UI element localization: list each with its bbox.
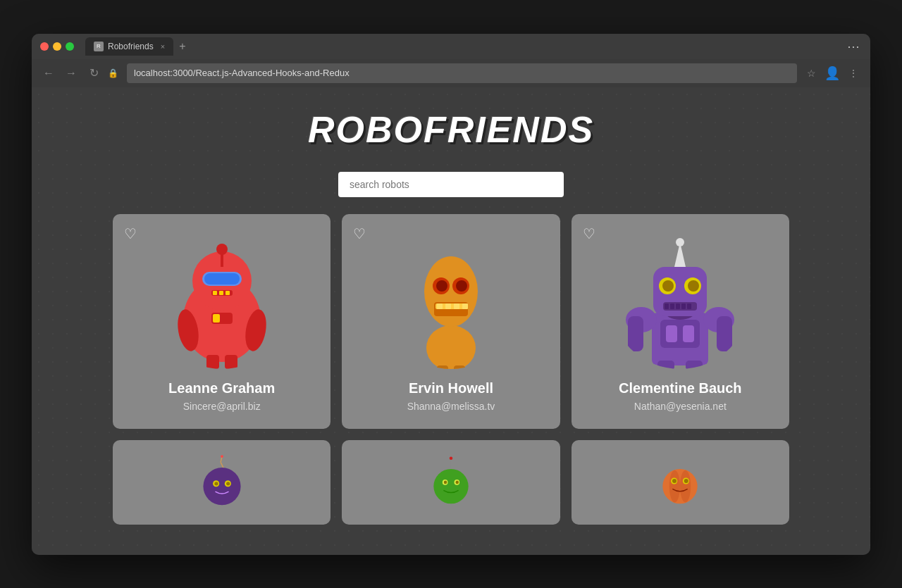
svg-point-42: [662, 280, 674, 292]
svg-rect-51: [666, 325, 677, 342]
svg-rect-34: [628, 316, 643, 351]
svg-point-72: [680, 470, 691, 502]
svg-rect-5: [204, 273, 240, 284]
robot-card-5[interactable]: [342, 440, 560, 525]
robots-grid: ♡: [113, 214, 789, 525]
svg-rect-54: [686, 361, 703, 369]
svg-point-17: [426, 325, 476, 369]
browser-titlebar: R Robofriends × + ⋯: [32, 34, 870, 59]
tab-bar: R Robofriends × +: [85, 37, 839, 56]
browser-tab[interactable]: R Robofriends ×: [85, 37, 173, 56]
svg-rect-47: [676, 304, 680, 309]
browser-menu-icon[interactable]: ⋯: [845, 38, 862, 55]
robot-avatar-4: [152, 454, 292, 508]
forward-button[interactable]: →: [63, 65, 80, 82]
minimize-button[interactable]: [53, 42, 61, 51]
robot-avatar-6: [610, 454, 750, 508]
svg-point-65: [433, 468, 468, 503]
svg-point-71: [669, 470, 680, 502]
menu-dots-icon[interactable]: ⋮: [845, 65, 862, 82]
svg-rect-13: [225, 355, 237, 369]
svg-point-43: [688, 280, 699, 292]
back-button[interactable]: ←: [40, 65, 57, 82]
refresh-button[interactable]: ↻: [85, 65, 102, 82]
heart-icon-3[interactable]: ♡: [583, 225, 595, 242]
svg-line-56: [221, 462, 223, 468]
svg-point-69: [455, 480, 459, 484]
svg-rect-46: [670, 304, 674, 309]
svg-point-39: [676, 238, 684, 246]
robot-avatar-2: [381, 228, 521, 369]
svg-point-58: [203, 468, 240, 505]
search-input[interactable]: [338, 172, 564, 197]
browser-toolbar: ← → ↻ 🔒 ☆ 👤 ⋮: [32, 59, 870, 87]
new-tab-button[interactable]: +: [173, 39, 191, 54]
robot-svg-1: [152, 228, 292, 369]
tab-favicon: R: [94, 42, 104, 51]
heart-icon-2[interactable]: ♡: [353, 225, 366, 242]
heart-icon-1[interactable]: ♡: [124, 225, 137, 242]
profile-icon[interactable]: 👤: [824, 65, 841, 82]
svg-point-57: [221, 455, 223, 458]
svg-point-76: [684, 478, 688, 482]
traffic-lights: [40, 42, 74, 51]
search-container: [338, 172, 564, 197]
robot-name-1: Leanne Graham: [168, 380, 275, 396]
svg-rect-35: [717, 316, 732, 351]
svg-rect-7: [213, 291, 217, 295]
robot-avatar-5: [381, 454, 521, 508]
close-button[interactable]: [40, 42, 49, 51]
toolbar-right: ☆ 👤 ⋮: [803, 65, 862, 82]
robot-name-2: Ervin Howell: [409, 380, 493, 396]
svg-rect-8: [219, 291, 223, 295]
robot-card-3[interactable]: ♡: [572, 214, 789, 429]
robot-email-2: Shanna@melissa.tv: [407, 401, 495, 412]
svg-point-62: [226, 482, 230, 485]
robot-card-1[interactable]: ♡: [113, 214, 330, 429]
svg-rect-9: [226, 291, 230, 295]
lock-icon: 🔒: [108, 68, 118, 78]
robot-svg-3: [610, 228, 750, 369]
svg-rect-53: [657, 361, 674, 369]
svg-rect-12: [206, 355, 219, 369]
svg-rect-52: [683, 325, 694, 342]
svg-rect-29: [437, 365, 448, 369]
robot-avatar-1: [152, 228, 292, 369]
app-content: ROBOFRIENDS ♡: [32, 87, 870, 555]
browser-window: R Robofriends × + ⋯ ← → ↻ 🔒 ☆ 👤 ⋮ ROBOFR…: [32, 34, 870, 555]
svg-point-61: [214, 482, 218, 485]
svg-line-55: [221, 456, 222, 462]
robot-svg-4: [152, 454, 292, 508]
robot-avatar-3: [610, 228, 750, 369]
svg-point-63: [450, 456, 453, 460]
svg-point-22: [456, 280, 467, 292]
svg-rect-26: [445, 304, 451, 309]
svg-rect-25: [437, 304, 443, 309]
svg-rect-49: [687, 304, 691, 309]
svg-rect-45: [665, 304, 669, 309]
robot-email-1: Sincere@april.biz: [183, 401, 261, 412]
svg-rect-30: [454, 365, 465, 369]
svg-rect-15: [213, 314, 220, 323]
svg-rect-48: [681, 304, 686, 309]
robot-card-6[interactable]: [572, 440, 789, 525]
address-bar[interactable]: [127, 63, 797, 83]
app-title: ROBOFRIENDS: [308, 108, 594, 151]
svg-rect-28: [462, 304, 468, 309]
robot-card-4[interactable]: [113, 440, 330, 525]
robot-card-2[interactable]: ♡: [342, 214, 560, 429]
svg-point-68: [444, 480, 447, 484]
bookmark-icon[interactable]: ☆: [803, 65, 820, 82]
robot-email-3: Nathan@yesenia.net: [634, 401, 727, 412]
robot-svg-2: [381, 228, 521, 369]
svg-point-75: [672, 478, 676, 482]
svg-rect-27: [454, 304, 459, 309]
svg-point-21: [436, 280, 447, 292]
tab-close-button[interactable]: ×: [161, 42, 165, 51]
robot-svg-6: [610, 454, 750, 508]
tab-title: Robofriends: [108, 42, 154, 51]
robot-name-3: Clementine Bauch: [619, 380, 741, 396]
robot-svg-5: [381, 454, 521, 508]
maximize-button[interactable]: [66, 42, 74, 51]
